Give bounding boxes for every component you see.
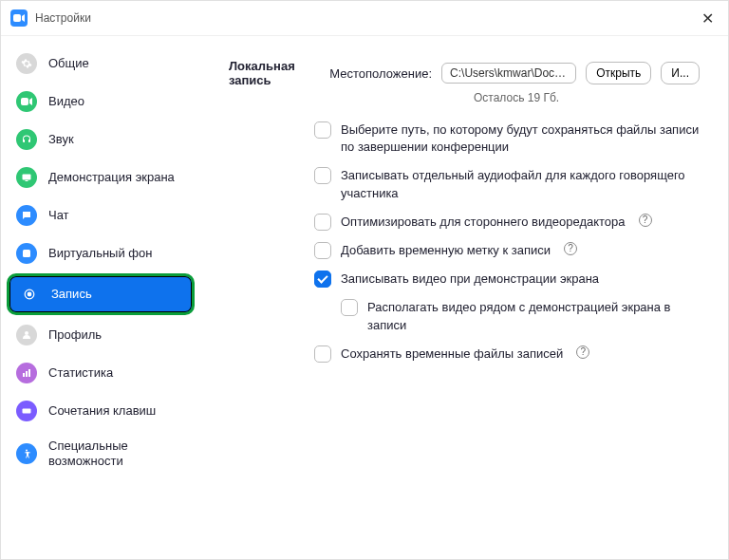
help-icon[interactable]: ? [576, 345, 589, 359]
checkbox[interactable] [314, 214, 331, 231]
options-list: Выберите путь, по которому будут сохраня… [314, 121, 700, 363]
sidebar-item-profile[interactable]: Профиль [7, 317, 195, 353]
sidebar-item-label: Профиль [48, 327, 102, 343]
sidebar-item-label: Специальные возможности [48, 439, 185, 468]
svg-rect-10 [28, 369, 30, 377]
sidebar-item-video[interactable]: Видео [7, 84, 195, 120]
help-icon[interactable]: ? [639, 214, 652, 227]
app-icon [10, 9, 28, 27]
location-path-input[interactable]: C:\Users\kmwar\Documents\Zo [441, 63, 576, 84]
sidebar: Общие Видео Звук Демонстрация экрана [1, 36, 200, 559]
sidebar-item-audio[interactable]: Звук [7, 121, 195, 158]
content-panel: Локальная запись Местоположение: C:\User… [200, 36, 728, 559]
sidebar-item-shortcuts[interactable]: Сочетания клавиш [7, 393, 195, 429]
option-choose-path[interactable]: Выберите путь, по которому будут сохраня… [314, 121, 700, 156]
sidebar-item-statistics[interactable]: Статистика [7, 355, 195, 391]
option-video-beside-share[interactable]: Располагать видео рядом с демонстрацией … [341, 299, 700, 333]
option-label: Добавить временную метку к записи [341, 242, 551, 259]
svg-rect-3 [26, 180, 28, 181]
window-title: Настройки [35, 11, 696, 25]
checkbox[interactable] [314, 345, 331, 363]
svg-rect-9 [26, 371, 28, 377]
background-icon [16, 243, 37, 264]
titlebar: Настройки ✕ [1, 1, 728, 36]
stats-icon [16, 363, 37, 383]
option-separate-audio[interactable]: Записывать отдельный аудиофайл для каждо… [314, 167, 700, 201]
location-label: Местоположение: [329, 66, 432, 81]
sidebar-item-recording[interactable]: Запись [7, 273, 195, 315]
option-label: Сохранять временные файлы записей [341, 345, 563, 363]
sidebar-item-general[interactable]: Общие [7, 46, 195, 82]
remaining-space: Осталось 19 Гб. [474, 91, 700, 104]
help-icon[interactable]: ? [564, 242, 577, 255]
svg-rect-0 [13, 14, 21, 22]
option-label: Записывать отдельный аудиофайл для каждо… [341, 167, 700, 201]
sidebar-item-label: Общие [48, 56, 89, 71]
svg-rect-11 [23, 409, 31, 414]
video-icon [16, 91, 37, 112]
share-screen-icon [16, 167, 37, 188]
keyboard-icon [16, 401, 37, 421]
option-label: Записывать видео при демонстрации экрана [341, 271, 599, 288]
option-record-video-share[interactable]: Записывать видео при демонстрации экрана [314, 271, 700, 288]
option-optimize-editor[interactable]: Оптимизировать для стороннего видеоредак… [314, 214, 700, 231]
svg-rect-1 [21, 98, 28, 105]
sidebar-item-label: Статистика [48, 365, 113, 381]
gear-icon [16, 53, 37, 74]
sidebar-item-share-screen[interactable]: Демонстрация экрана [7, 159, 195, 196]
checkbox[interactable] [314, 271, 331, 288]
accessibility-icon [16, 443, 37, 464]
sidebar-item-accessibility[interactable]: Специальные возможности [7, 431, 195, 476]
open-button[interactable]: Открыть [586, 62, 651, 84]
record-icon [19, 284, 40, 305]
sidebar-item-label: Чат [48, 208, 69, 223]
svg-rect-8 [23, 373, 25, 377]
svg-rect-4 [23, 250, 30, 257]
section-title: Локальная запись [229, 59, 320, 87]
sidebar-item-label: Демонстрация экрана [48, 170, 175, 185]
option-label: Оптимизировать для стороннего видеоредак… [341, 214, 626, 231]
close-button[interactable]: ✕ [696, 7, 719, 29]
checkbox[interactable] [314, 242, 331, 259]
sidebar-item-label: Виртуальный фон [48, 246, 152, 261]
checkbox[interactable] [314, 167, 331, 184]
sidebar-item-label: Сочетания клавиш [48, 403, 156, 419]
checkbox[interactable] [314, 121, 331, 139]
svg-point-6 [28, 292, 32, 297]
svg-point-7 [25, 331, 28, 335]
body: Общие Видео Звук Демонстрация экрана [1, 36, 728, 559]
sidebar-item-label: Видео [48, 94, 84, 109]
sidebar-item-label: Звук [48, 132, 74, 147]
headphones-icon [16, 129, 37, 150]
settings-window: Настройки ✕ Общие Видео Звук [0, 0, 729, 560]
sidebar-item-virtual-background[interactable]: Виртуальный фон [7, 235, 195, 271]
checkbox[interactable] [341, 299, 358, 316]
change-button[interactable]: И... [661, 62, 700, 84]
chat-icon [16, 205, 37, 226]
option-keep-temp-files[interactable]: Сохранять временные файлы записей ? [314, 345, 700, 363]
sidebar-item-label: Запись [51, 287, 92, 302]
option-label: Располагать видео рядом с демонстрацией … [367, 299, 700, 333]
option-label: Выберите путь, по которому будут сохраня… [341, 121, 700, 156]
option-timestamp[interactable]: Добавить временную метку к записи ? [314, 242, 700, 259]
svg-point-12 [26, 449, 28, 451]
sidebar-item-chat[interactable]: Чат [7, 197, 195, 233]
profile-icon [16, 325, 37, 345]
location-row: Локальная запись Местоположение: C:\User… [229, 59, 700, 87]
svg-rect-2 [23, 175, 31, 180]
